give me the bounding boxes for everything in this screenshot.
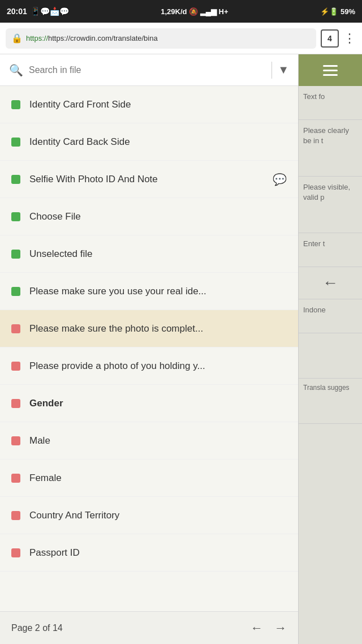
tab-count[interactable]: 4 bbox=[321, 29, 339, 48]
list-item[interactable]: Gender bbox=[0, 385, 298, 422]
page-label: Page 2 of 14 bbox=[11, 623, 63, 633]
status-left: 20:01 📱💬📩💬 bbox=[7, 7, 69, 16]
browser-bar: 🔒 https://https://crowdin.com/translate/… bbox=[0, 23, 362, 54]
status-right: ⚡🔋 59% bbox=[320, 7, 355, 16]
item-label: Choose File bbox=[29, 211, 287, 222]
status-dot bbox=[11, 212, 20, 221]
right-section-2: Please visible, valid p bbox=[299, 177, 362, 233]
main-layout: 🔍 ▼ Identity Card Front SideIdentity Car… bbox=[0, 54, 362, 644]
pagination: Page 2 of 14 ← → bbox=[0, 611, 298, 644]
time: 20:01 bbox=[7, 7, 27, 16]
right-text-fo: Text fo bbox=[299, 86, 362, 120]
item-label: Unselected file bbox=[29, 248, 287, 260]
status-dot bbox=[11, 362, 20, 371]
item-label: Gender bbox=[29, 398, 287, 409]
app-icons: 📱💬📩💬 bbox=[31, 7, 69, 16]
item-label: Male bbox=[29, 435, 287, 446]
status-dot bbox=[11, 100, 20, 109]
list-item[interactable]: Identity Card Back Side bbox=[0, 123, 298, 161]
section4-text: Indone bbox=[303, 306, 326, 314]
item-label: Passport ID bbox=[29, 547, 287, 559]
section1-text: Please clearly be in t bbox=[303, 126, 349, 145]
comment-icon[interactable]: 💬 bbox=[273, 173, 287, 186]
status-dot bbox=[11, 250, 20, 259]
list-container: Identity Card Front SideIdentity Card Ba… bbox=[0, 86, 298, 611]
right-section-1: Please clearly be in t bbox=[299, 120, 362, 177]
back-arrow-button[interactable]: ← bbox=[299, 267, 362, 299]
section2-text: Please visible, valid p bbox=[303, 183, 350, 201]
status-dot bbox=[11, 511, 20, 520]
search-bar: 🔍 ▼ bbox=[0, 54, 298, 86]
url-https: https:// bbox=[26, 34, 48, 42]
section3-text: Enter t bbox=[303, 239, 325, 248]
url-bar[interactable]: 🔒 https://https://crowdin.com/translate/… bbox=[6, 28, 316, 49]
search-icon: 🔍 bbox=[9, 63, 23, 77]
list-item[interactable]: Male bbox=[0, 422, 298, 460]
right-section-spacer bbox=[299, 333, 362, 379]
prev-page-button[interactable]: ← bbox=[251, 621, 263, 636]
status-bar: 20:01 📱💬📩💬 1,29K/d 🔕 ▂▄▆ H+ ⚡🔋 59% bbox=[0, 0, 362, 23]
status-dot bbox=[11, 287, 20, 296]
mute-icon: 🔕 bbox=[189, 7, 200, 16]
item-label: Female bbox=[29, 473, 287, 484]
page-arrows: ← → bbox=[251, 621, 287, 636]
status-dot bbox=[11, 138, 20, 147]
list-item[interactable]: Identity Card Front Side bbox=[0, 86, 298, 123]
right-header[interactable] bbox=[299, 54, 362, 86]
network-speed: 1,29K/d bbox=[161, 7, 187, 16]
item-label: Country And Territory bbox=[29, 510, 287, 521]
battery-percent: 59% bbox=[341, 7, 355, 16]
item-label: Selfie With Photo ID And Note bbox=[29, 174, 264, 185]
list-item[interactable]: Selfie With Photo ID And Note💬 bbox=[0, 161, 298, 198]
item-label: Identity Card Back Side bbox=[29, 136, 287, 148]
list-item[interactable]: Country And Territory bbox=[0, 497, 298, 534]
list-item[interactable]: Choose File bbox=[0, 198, 298, 235]
item-label: Please provide a photo of you holding y.… bbox=[29, 360, 287, 372]
section5-text: Transla sugges bbox=[303, 384, 350, 392]
url-text: https://https://crowdin.com/translate/bi… bbox=[26, 34, 158, 42]
item-label: Identity Card Front Side bbox=[29, 99, 287, 110]
list-item[interactable]: Female bbox=[0, 460, 298, 497]
network-type: H+ bbox=[219, 7, 229, 16]
search-input[interactable] bbox=[29, 65, 266, 75]
battery-icon: ⚡🔋 bbox=[320, 7, 338, 16]
filter-icon[interactable]: ▼ bbox=[278, 63, 289, 76]
status-dot bbox=[11, 474, 20, 483]
status-center: 1,29K/d 🔕 ▂▄▆ H+ bbox=[161, 7, 228, 16]
right-section-4: Indone bbox=[299, 299, 362, 333]
right-section-3: Enter t bbox=[299, 233, 362, 267]
hamburger-icon bbox=[323, 65, 338, 76]
list-item[interactable]: Please provide a photo of you holding y.… bbox=[0, 347, 298, 385]
status-dot bbox=[11, 436, 20, 445]
list-item[interactable]: Please make sure the photo is complet... bbox=[0, 310, 298, 347]
right-section-5: Transla sugges bbox=[299, 379, 362, 424]
more-menu-button[interactable]: ⋮ bbox=[343, 31, 356, 46]
right-panel: Text fo Please clearly be in t Please vi… bbox=[298, 54, 362, 644]
divider bbox=[272, 62, 272, 79]
status-dot bbox=[11, 324, 20, 333]
url-domain: https://crowdin.com/translate/bina bbox=[48, 34, 158, 42]
status-dot bbox=[11, 548, 20, 557]
list-item[interactable]: Passport ID bbox=[0, 534, 298, 572]
item-label: Please make sure the photo is complet... bbox=[29, 323, 287, 334]
signal-icon: ▂▄▆ bbox=[200, 7, 219, 16]
left-panel: 🔍 ▼ Identity Card Front SideIdentity Car… bbox=[0, 54, 298, 644]
list-item[interactable]: Unselected file bbox=[0, 235, 298, 273]
status-dot bbox=[11, 399, 20, 408]
next-page-button[interactable]: → bbox=[274, 621, 287, 636]
text-fo-label: Text fo bbox=[303, 92, 325, 101]
status-dot bbox=[11, 175, 20, 184]
lock-icon: 🔒 bbox=[11, 33, 23, 44]
list-item[interactable]: Please make sure you use your real ide..… bbox=[0, 273, 298, 310]
item-label: Please make sure you use your real ide..… bbox=[29, 286, 287, 297]
